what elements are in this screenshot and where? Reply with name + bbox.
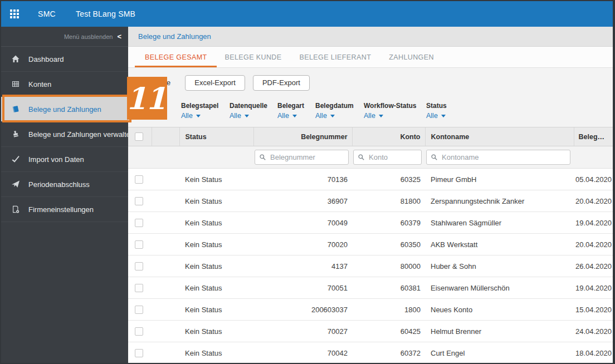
cell-belegnummer: 70027 <box>253 321 352 342</box>
row-checkbox[interactable] <box>135 284 143 292</box>
header-belegdatum-truncated[interactable]: Beleg… <box>574 127 613 146</box>
header-konto[interactable]: Konto <box>352 127 425 146</box>
top-app-bar: SMC Test BLang SMB <box>1 1 613 27</box>
row-checkbox[interactable] <box>135 349 143 357</box>
table-row[interactable]: Kein Status 70020 60350 AKB Werkstatt 20… <box>128 234 613 255</box>
table-header-row: Status Belegnummer Konto Kontoname Beleg… <box>128 127 613 146</box>
filter-belegart: Belegart Alle <box>277 97 315 127</box>
filter-datenquelle: Datenquelle Alle <box>230 97 277 127</box>
kontoname-search <box>426 150 570 165</box>
table-row[interactable]: Kein Status 70027 60425 Helmut Brenner 2… <box>128 321 613 342</box>
cell-konto: 60350 <box>352 234 425 255</box>
app-launcher-grid-icon[interactable] <box>10 9 19 18</box>
table-row[interactable]: Kein Status 70136 60325 Pimeur GmbH 05.0… <box>128 169 613 190</box>
row-checkbox[interactable] <box>135 262 143 270</box>
cell-konto: 60381 <box>352 277 425 299</box>
cell-belegdatum: 05.04.2020 <box>574 169 613 190</box>
select-all-checkbox[interactable] <box>135 132 143 141</box>
cell-belegdatum: 19.04.2020 <box>574 277 613 299</box>
sidebar-item-label: Firmeneinstellungen <box>28 205 94 214</box>
sidebar-item-belege-und-zahlungen-verwalten[interactable]: Belege und Zahlungen verwalten <box>1 122 128 147</box>
kontoname-search-input[interactable] <box>426 150 570 165</box>
sidebar-item-periodenabschluss[interactable]: Periodenabschluss <box>1 172 128 197</box>
row-checkbox[interactable] <box>135 306 143 314</box>
filter-dropdown[interactable]: Alle <box>364 112 426 120</box>
row-checkbox[interactable] <box>135 240 143 249</box>
sidebar-item-label: Periodenabschluss <box>28 180 90 189</box>
product-name[interactable]: SMC <box>38 9 56 18</box>
header-belegnummer[interactable]: Belegnummer <box>253 127 352 146</box>
cell-belegdatum: 20.04.2020 <box>574 234 613 255</box>
tab-belege-gesamt[interactable]: BELEGE GESAMT <box>138 47 213 67</box>
cell-kontoname: Pimeur GmbH <box>425 169 574 190</box>
filter-label: Belegdatum <box>315 102 364 110</box>
excel-export-button[interactable]: Excel-Export <box>185 75 245 91</box>
row-checkbox[interactable] <box>135 219 143 227</box>
sidebar-collapse-control[interactable]: Menü ausblenden < <box>1 27 128 47</box>
cell-status: Kein Status <box>179 190 253 212</box>
filter-selected-value: Alle <box>426 112 438 120</box>
cell-kontoname: Zerspannungstechnik Zanker <box>425 190 574 212</box>
header-kontoname[interactable]: Kontoname <box>425 127 574 146</box>
cell-kontoname: Eisenwaren Müllerschön <box>425 277 574 299</box>
cell-status: Kein Status <box>179 299 253 321</box>
filter-status: Status Alle <box>426 97 465 127</box>
sidebar-item-import-von-daten[interactable]: Import von Daten <box>1 147 128 172</box>
sidebar-item-konten[interactable]: Konten <box>1 72 128 97</box>
toolbar: e Excel-Export PDF-Export <box>128 68 613 97</box>
sidebar-item-label: Belege und Zahlungen verwalten <box>28 130 134 139</box>
breadcrumb: Belege und Zahlungen <box>128 27 613 47</box>
row-checkbox[interactable] <box>135 197 143 205</box>
table-row[interactable]: Kein Status 4137 80000 Huber & Sohn 26.0… <box>128 255 613 277</box>
filter-label: Workflow-Status <box>364 102 426 110</box>
filter-dropdown[interactable]: Alle <box>426 112 465 120</box>
filter-workflow-status: Workflow-Status Alle <box>364 97 426 127</box>
table-row[interactable]: Kein Status 200603037 1800 Neues Konto 1… <box>128 299 613 321</box>
cell-belegnummer: 4137 <box>253 255 352 277</box>
cell-belegdatum: 20.04.2020 <box>574 190 613 212</box>
tab-belege-kunde[interactable]: BELEGE KUNDE <box>218 47 288 67</box>
header-status[interactable]: Status <box>179 127 253 146</box>
book-icon <box>11 105 21 114</box>
row-checkbox[interactable] <box>135 175 143 184</box>
sidebar: Menü ausblenden < Dashboard Konten Beleg… <box>1 27 128 363</box>
sidebar-item-firmeneinstellungen[interactable]: Firmeneinstellungen <box>1 197 128 222</box>
chevron-down-icon <box>245 115 249 117</box>
filter-label: Belegart <box>277 102 315 110</box>
cell-status: Kein Status <box>179 212 253 234</box>
table-row[interactable]: Kein Status 70051 60381 Eisenwaren Mülle… <box>128 277 613 299</box>
cell-belegnummer: 70020 <box>253 234 352 255</box>
filter-selected-value: Alle <box>315 112 327 120</box>
sidebar-item-label: Konten <box>28 80 51 88</box>
cell-konto: 60325 <box>352 169 425 190</box>
home-icon <box>11 55 21 63</box>
cell-belegdatum: 24.04.2020 <box>574 321 613 342</box>
sidebar-nav: Dashboard Konten Belege und Zahlungen Be… <box>1 47 128 222</box>
cell-belegdatum: 26.04.2020 <box>574 255 613 277</box>
belegnummer-search-input[interactable] <box>255 150 349 165</box>
chevron-left-icon[interactable]: < <box>117 32 121 41</box>
page-title: Belege und Zahlungen <box>138 32 211 41</box>
tab-zahlungen[interactable]: ZAHLUNGEN <box>382 47 441 67</box>
table-row[interactable]: Kein Status 36907 81800 Zerspannungstech… <box>128 190 613 212</box>
sidebar-item-label: Dashboard <box>28 55 64 63</box>
search-icon <box>431 154 438 161</box>
filter-dropdown[interactable]: Alle <box>277 112 315 120</box>
filter-dropdown[interactable]: Alle <box>315 112 364 120</box>
filter-selected-value: Alle <box>181 112 193 120</box>
filter-dropdown[interactable]: Alle <box>230 112 277 120</box>
obscured-button-fragment[interactable]: e <box>167 78 170 87</box>
cell-status: Kein Status <box>179 169 253 190</box>
tab-belege-lieferant[interactable]: BELEGE LIEFERANT <box>293 47 378 67</box>
filter-belegstapel: Belegstapel Alle <box>181 97 230 127</box>
sidebar-item-belege-und-zahlungen[interactable]: Belege und Zahlungen <box>1 97 128 122</box>
cell-belegdatum: 18.04.2020 <box>574 342 613 364</box>
cell-belegnummer: 70049 <box>253 212 352 234</box>
tab-label: ZAHLUNGEN <box>389 53 434 61</box>
row-checkbox[interactable] <box>135 327 143 336</box>
table-row[interactable]: Kein Status 70042 60372 Curt Engel 18.04… <box>128 342 613 364</box>
table-row[interactable]: Kein Status 70049 60379 Stahlwaren Sägmü… <box>128 212 613 234</box>
sidebar-item-dashboard[interactable]: Dashboard <box>1 47 128 72</box>
filter-dropdown[interactable]: Alle <box>181 112 230 120</box>
pdf-export-button[interactable]: PDF-Export <box>253 75 310 91</box>
